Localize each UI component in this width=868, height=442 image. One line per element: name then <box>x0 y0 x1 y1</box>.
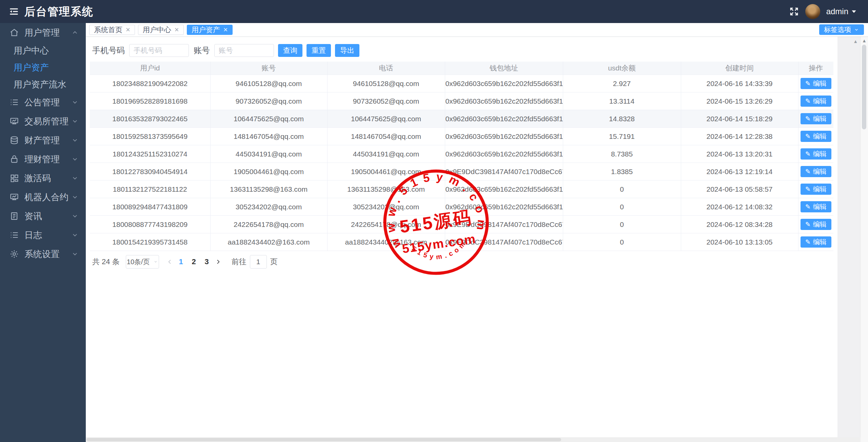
vertical-scrollbar[interactable]: ▲ <box>860 37 868 442</box>
cell-account: 907326052@qq.com <box>210 92 327 110</box>
cell-id: 1801243251152310274 <box>90 145 210 163</box>
sidebar-item-news[interactable]: 资讯 <box>0 207 86 226</box>
export-button[interactable]: 导出 <box>335 44 359 57</box>
phone-input[interactable] <box>129 44 189 57</box>
table-row: 1800892948477431809305234202@qq.com30523… <box>90 198 833 216</box>
horizontal-scrollbar[interactable] <box>86 437 861 442</box>
chevron-down-icon <box>72 194 78 200</box>
vertical-scrollbar-thumb[interactable] <box>862 45 866 129</box>
edit-button-label: 编辑 <box>813 79 827 88</box>
edit-button[interactable]: ✎编辑 <box>801 184 831 195</box>
sidebar-subitem-0-1[interactable]: 用户资产 <box>0 59 86 76</box>
cell-actions: ✎编辑 <box>798 233 833 251</box>
cell-created: 2024-06-13 05:58:57 <box>681 181 798 198</box>
cell-phone: 445034191@qq.com <box>327 145 445 163</box>
next-page-button[interactable] <box>215 259 221 265</box>
tab-user-assets[interactable]: 用户资产× <box>187 25 233 35</box>
sidebar-item-label: 财产管理 <box>24 134 60 146</box>
page-size-select[interactable]: 10条/页 <box>126 255 159 269</box>
sidebar-item-user-management[interactable]: 用户管理 <box>0 23 86 42</box>
sidebar-item-robot-contract[interactable]: 机器人合约 <box>0 188 86 207</box>
account-input[interactable] <box>214 44 274 57</box>
cell-account: 13631135298@163.com <box>210 181 327 198</box>
sidebar-subitem-0-2[interactable]: 用户资产流水 <box>0 76 86 93</box>
edit-button[interactable]: ✎编辑 <box>801 148 831 160</box>
app-title: 后台管理系统 <box>24 0 94 23</box>
chevron-down-icon <box>153 260 158 264</box>
edit-button[interactable]: ✎编辑 <box>801 236 831 248</box>
cell-actions: ✎编辑 <box>798 110 833 128</box>
tab-options-button[interactable]: 标签选项 <box>819 24 864 35</box>
close-icon[interactable]: × <box>175 26 179 34</box>
table-row: 18016353287930224651064475625@qq.com1064… <box>90 110 833 128</box>
edit-button[interactable]: ✎编辑 <box>801 219 831 230</box>
goto-page-input[interactable] <box>250 255 267 269</box>
cell-id: 1800892948477431809 <box>90 198 210 216</box>
tab-label: 系统首页 <box>94 25 122 35</box>
prev-page-button[interactable] <box>167 259 173 265</box>
page-number-2[interactable]: 2 <box>188 257 200 266</box>
cell-created: 2024-06-14 12:28:38 <box>681 128 798 145</box>
board-icon <box>9 117 19 126</box>
sidebar-item-exchange-management[interactable]: 交易所管理 <box>0 112 86 131</box>
sidebar-item-system-settings[interactable]: 系统设置 <box>0 245 86 264</box>
cell-wallet: 0x962d603c659b162c202fd55d663f1d5d0db32a… <box>445 128 563 145</box>
cell-actions: ✎编辑 <box>798 92 833 110</box>
fullscreen-icon[interactable] <box>789 6 799 17</box>
chevron-down-icon <box>72 99 78 105</box>
cell-created: 2024-06-15 13:26:29 <box>681 92 798 110</box>
pencil-icon: ✎ <box>805 220 811 228</box>
cell-usdt: 0 <box>563 216 681 233</box>
sidebar-item-logs[interactable]: 日志 <box>0 226 86 245</box>
grid-icon <box>9 173 19 183</box>
cell-wallet: 0x9E9DdC398147Af407c170d8eCc67aaea0EdE33… <box>445 216 563 233</box>
sidebar-item-announcement-management[interactable]: 公告管理 <box>0 93 86 112</box>
cell-usdt: 15.7191 <box>563 128 681 145</box>
phone-label: 手机号码 <box>92 45 125 56</box>
sidebar-collapse-icon[interactable] <box>9 6 19 17</box>
scroll-up-icon[interactable]: ▲ <box>862 38 867 43</box>
cell-phone: 2422654178@qq.com <box>327 216 445 233</box>
search-button[interactable]: 查询 <box>278 44 302 57</box>
cell-created: 2024-06-12 08:34:28 <box>681 216 798 233</box>
sidebar-item-label: 激活码 <box>24 172 51 184</box>
account-label: 账号 <box>194 45 210 56</box>
avatar[interactable] <box>805 4 820 19</box>
pencil-icon: ✎ <box>805 115 811 123</box>
cell-account: 2422654178@qq.com <box>210 216 327 233</box>
cell-wallet: 0x9E9DdC398147Af407c170d8eCc67aaea0EdE33… <box>445 163 563 181</box>
reset-button[interactable]: 重置 <box>307 44 331 57</box>
page-number-1[interactable]: 1 <box>175 257 188 266</box>
table-row: 1801969528289181698907326052@qq.com90732… <box>90 92 833 110</box>
chevron-down-icon <box>72 251 78 257</box>
tab-home[interactable]: 系统首页× <box>89 25 135 35</box>
table-row: 18012278309404549141905004461@qq.com1905… <box>90 163 833 181</box>
edit-button[interactable]: ✎编辑 <box>801 201 831 212</box>
sidebar-item-activation-code[interactable]: 激活码 <box>0 169 86 188</box>
tab-bar: 系统首页×用户中心×用户资产× 标签选项 <box>86 23 868 37</box>
edit-button[interactable]: ✎编辑 <box>801 78 831 89</box>
page-number-3[interactable]: 3 <box>200 257 213 266</box>
pencil-icon: ✎ <box>805 185 811 193</box>
edit-button[interactable]: ✎编辑 <box>801 166 831 177</box>
app-header: 后台管理系统 admin <box>0 0 868 23</box>
sidebar-item-finance-management[interactable]: 理财管理 <box>0 150 86 169</box>
board-icon <box>9 192 19 202</box>
close-icon[interactable]: × <box>126 26 130 34</box>
horizontal-scrollbar-thumb[interactable] <box>86 438 561 441</box>
sidebar-subitem-0-0[interactable]: 用户中心 <box>0 42 86 59</box>
inner-scroll-up-icon[interactable]: ▲ <box>853 39 858 44</box>
sidebar-item-property-management[interactable]: 财产管理 <box>0 131 86 150</box>
main-area: 系统首页×用户中心×用户资产× 标签选项 手机号码 账号 查询 重置 导出 用户… <box>86 23 868 442</box>
table-row: 1801243251152310274445034191@qq.com44503… <box>90 145 833 163</box>
user-menu[interactable]: admin <box>826 7 856 16</box>
cell-usdt: 14.8328 <box>563 110 681 128</box>
cell-phone: 305234202@qq.com <box>327 198 445 216</box>
edit-button[interactable]: ✎编辑 <box>801 131 831 142</box>
edit-button[interactable]: ✎编辑 <box>801 96 831 107</box>
chevron-down-icon <box>72 156 78 162</box>
edit-button[interactable]: ✎编辑 <box>801 113 831 124</box>
close-icon[interactable]: × <box>223 26 228 34</box>
tab-user-center[interactable]: 用户中心× <box>138 25 184 35</box>
cell-actions: ✎编辑 <box>798 181 833 198</box>
